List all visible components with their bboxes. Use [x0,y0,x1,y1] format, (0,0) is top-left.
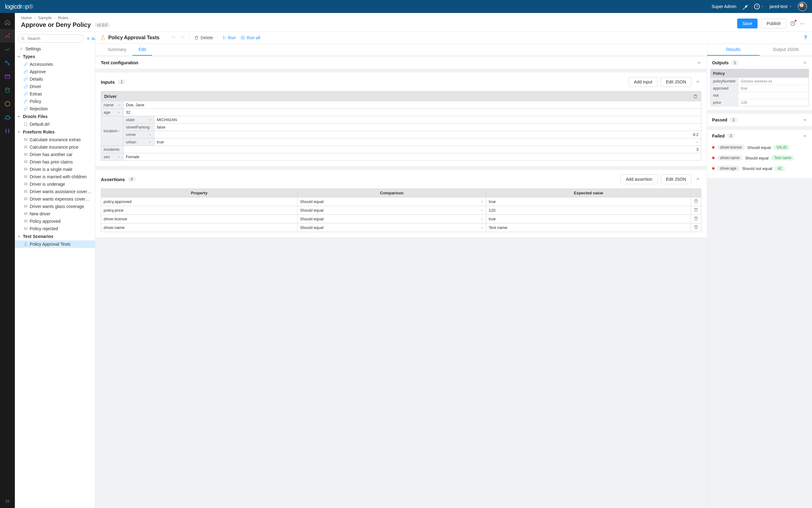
delete-driver-icon[interactable] [693,94,698,99]
nav-analytics[interactable] [0,43,15,56]
passed-header[interactable]: Passed 1 [707,114,812,126]
failed-header[interactable]: Failed 3 [707,130,812,142]
type-4[interactable]: Extras [15,90,95,98]
delete-assertion-icon[interactable] [694,199,698,204]
svg-rect-20 [24,155,27,156]
wrench-icon[interactable] [742,3,748,10]
output-row: risk [710,92,809,99]
add-button[interactable]: Add [86,36,95,41]
svg-rect-26 [24,177,27,178]
redo-button[interactable] [180,35,185,40]
project-menu[interactable]: jared-test [770,4,792,9]
runall-button[interactable]: Run all [240,35,261,40]
rtab-results[interactable]: Results [707,44,760,56]
collapse-assertions[interactable] [694,177,701,182]
field-state[interactable]: state [123,116,154,124]
testconfig-header[interactable]: Test configuration [95,56,707,69]
field-age[interactable]: age [101,109,123,116]
rule-2[interactable]: Driver has another car [15,151,95,158]
scenarios-section[interactable]: Test Scenarios [15,232,95,241]
type-1[interactable]: Approve [15,68,95,75]
search-input[interactable] [18,34,83,43]
delete-assertion-icon[interactable] [694,216,698,221]
outputs-header[interactable]: Outputs 1 [707,56,812,69]
field-sex[interactable]: sex [101,153,123,160]
freeform-section[interactable]: Freeform Rules [15,128,95,136]
delete-assertion-icon[interactable] [694,207,698,212]
rule-4[interactable]: Driver is a single male [15,166,95,173]
rule-3[interactable]: Driver has prior claims [15,158,95,166]
rule-12[interactable]: Policy rejected [15,225,95,232]
save-button[interactable]: Save [737,18,758,29]
tab-summary[interactable]: Summary [102,44,132,56]
rule-10[interactable]: New driver [15,210,95,217]
logo[interactable]: logicdrop® [5,3,33,10]
type-0[interactable]: Accessories [15,60,95,68]
nav-package[interactable] [0,97,15,111]
undo-button[interactable] [171,35,176,40]
svg-rect-33 [24,205,27,206]
type-2[interactable]: Details [15,75,95,83]
nav-flow[interactable] [0,56,15,70]
avatar[interactable] [798,2,807,11]
field-name[interactable]: name [101,101,123,109]
rule-6[interactable]: Driver is underage [15,180,95,188]
help-menu[interactable]: ? [754,3,764,10]
rule-1[interactable]: Calculate insurance price [15,143,95,151]
version-badge[interactable]: v1.0.0 [94,22,110,28]
type-6[interactable]: Rejection [15,105,95,113]
breadcrumb-sample[interactable]: Sample [38,15,52,20]
edit-json-inputs[interactable]: Edit JSON [661,77,691,87]
rule-7[interactable]: Driver wants assistance coverage [15,188,95,195]
rtab-output[interactable]: Output JSON [760,44,812,56]
policy-header: Policy [710,69,809,78]
drools-section[interactable]: Drools Files [15,113,95,121]
svg-marker-43 [242,37,243,38]
rule-11[interactable]: Policy approved [15,217,95,225]
nav-code[interactable] [0,124,15,138]
run-button[interactable]: Run [222,35,236,40]
rule-5[interactable]: Driver is married with children [15,173,95,180]
scenario-0[interactable]: Policy Approval Tests [15,241,95,248]
tab-edit[interactable]: Edit [132,44,152,56]
delete-button[interactable]: Delete [194,35,213,40]
more-menu[interactable]: ⋯ [800,20,806,27]
publish-button[interactable]: Publish [761,18,786,29]
nav-rules[interactable] [0,29,15,43]
page-title: Approve or Deny Policy [21,21,91,29]
settings-link[interactable]: Settings [15,45,95,52]
type-3[interactable]: Driver [15,83,95,90]
breadcrumb-rules[interactable]: Rules [58,15,68,20]
type-5[interactable]: Policy [15,98,95,105]
assertion-row: policy.approvedShould equaltrue [101,198,701,206]
svg-rect-19 [24,153,27,154]
svg-rect-17 [24,146,27,146]
nav-cloud[interactable] [0,111,15,124]
notifications-icon[interactable] [790,20,796,27]
rule-8[interactable]: Driver wants expenses coverage [15,195,95,203]
rule-9[interactable]: Driver wants glass coverage [15,203,95,210]
role-label[interactable]: Super Admin [711,4,736,9]
field-crime[interactable]: crime [123,131,154,138]
edit-json-assertions[interactable]: Edit JSON [661,174,691,184]
assertion-row: policy.priceShould equal120 [101,206,701,215]
help-icon[interactable]: ? [804,35,807,40]
rule-0[interactable]: Calculate insurance extras [15,136,95,143]
field-incidents[interactable]: incidents [101,146,123,153]
collapse-inputs[interactable] [694,79,701,85]
svg-point-4 [8,64,10,65]
add-assertion-button[interactable]: Add assertion [621,174,658,184]
breadcrumb-home[interactable]: Home [21,15,32,20]
nav-db[interactable] [0,83,15,97]
nav-collapse[interactable] [0,495,15,508]
fail-dot-icon [712,157,714,159]
add-input-button[interactable]: Add input [628,77,657,87]
field-location[interactable]: location [101,116,123,146]
nav-home[interactable] [0,15,15,29]
field-streetparking[interactable]: streetParking [123,124,154,131]
types-section[interactable]: Types [15,52,95,60]
nav-layout[interactable] [0,70,15,83]
field-urban[interactable]: urban [123,138,154,146]
drools-0[interactable]: Default.drl [15,121,95,128]
delete-assertion-icon[interactable] [694,225,698,229]
